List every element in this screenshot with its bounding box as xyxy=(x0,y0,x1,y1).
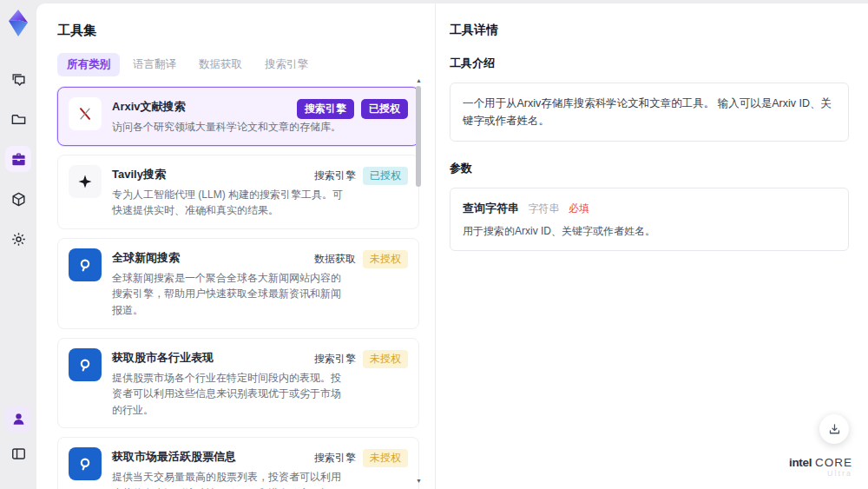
detail-title: 工具详情 xyxy=(450,23,849,38)
tool-status-badge: 未授权 xyxy=(363,449,408,467)
blueq-tool-icon xyxy=(69,447,102,480)
params-heading: 参数 xyxy=(450,161,849,176)
tool-list-panel: 工具集 所有类别语言翻译数据获取搜索引擎 Arxiv文献搜索 访问各个研究领域大… xyxy=(36,3,436,489)
gear-icon xyxy=(10,231,27,248)
tab-4[interactable]: 搜索引擎 xyxy=(255,53,318,76)
blueq-tool-icon xyxy=(69,248,102,281)
user-icon xyxy=(10,411,27,427)
tavily-icon xyxy=(77,174,93,189)
param-header: 查询字符串 字符串 必填 xyxy=(463,200,836,216)
tool-status-badge: 未授权 xyxy=(363,250,408,268)
news-app-icon xyxy=(76,356,94,373)
intro-heading: 工具介绍 xyxy=(450,56,849,71)
category-tabs: 所有类别语言翻译数据获取搜索引擎 xyxy=(57,53,435,76)
tab-2[interactable]: 语言翻译 xyxy=(123,53,186,76)
arxiv-icon xyxy=(76,105,94,122)
param-box: 查询字符串 字符串 必填 用于搜索的Arxiv ID、关键字或作者姓名。 xyxy=(450,188,849,251)
tool-card[interactable]: 获取市场最活跃股票信息 提供当天交易量最高的股票列表，投资者可以利用这些信息来识… xyxy=(57,437,419,489)
tool-category-badge: 搜索引擎 xyxy=(314,352,356,367)
scroll-down-icon[interactable]: ▼ xyxy=(416,479,422,484)
cube-icon xyxy=(10,191,27,208)
tool-card[interactable]: Arxiv文献搜索 访问各个研究领域大量科学论文和文章的存储库。 搜索引擎 已授… xyxy=(57,87,419,146)
panel-left-icon xyxy=(10,446,27,462)
param-name: 查询字符串 xyxy=(463,202,519,215)
tool-name: Tavily搜索 xyxy=(112,167,345,182)
download-icon xyxy=(827,422,842,437)
tool-card[interactable]: 获取股市各行业表现 提供股票市场各个行业在特定时间段内的表现。投资者可以利用这些… xyxy=(57,338,419,429)
app-logo-icon xyxy=(4,7,32,40)
brand-primary: intel xyxy=(789,456,812,469)
main-surface: 工具集 所有类别语言翻译数据获取搜索引擎 Arxiv文献搜索 访问各个研究领域大… xyxy=(36,3,868,489)
arxiv-tool-icon xyxy=(69,97,102,130)
tab-1[interactable]: 所有类别 xyxy=(57,53,120,76)
tool-status-badge: 已授权 xyxy=(363,167,408,185)
tool-status-badge: 未授权 xyxy=(363,350,408,368)
brand-secondary: CORE xyxy=(815,456,852,469)
intro-box: 一个用于从Arxiv存储库搜索科学论文和文章的工具。 输入可以是Arxiv ID… xyxy=(450,83,849,142)
tool-name: 获取股市各行业表现 xyxy=(112,350,345,366)
tool-card[interactable]: Tavily搜索 专为人工智能代理 (LLM) 构建的搜索引擎工具。可快速提供实… xyxy=(57,155,419,229)
tool-category-badge: 搜索引擎 xyxy=(297,99,354,119)
scrollbar-thumb[interactable] xyxy=(416,86,421,187)
app-window: 工具集 所有类别语言翻译数据获取搜索引擎 Arxiv文献搜索 访问各个研究领域大… xyxy=(0,0,868,489)
param-type: 字符串 xyxy=(528,202,559,215)
tool-detail-panel: 工具详情 工具介绍 一个用于从Arxiv存储库搜索科学论文和文章的工具。 输入可… xyxy=(436,3,868,489)
param-required-badge: 必填 xyxy=(569,202,589,215)
tool-list: Arxiv文献搜索 访问各个研究领域大量科学论文和文章的存储库。 搜索引擎 已授… xyxy=(57,87,419,489)
tool-desc: 专为人工智能代理 (LLM) 构建的搜索引擎工具。可快速提供实时、准确和真实的结… xyxy=(112,187,345,219)
list-scrollbar[interactable]: ▲ ▼ xyxy=(416,78,422,484)
sidebar-item-collapse[interactable] xyxy=(5,440,31,466)
chat-icon xyxy=(10,71,27,88)
tool-card[interactable]: 全球新闻搜索 全球新闻搜索是一个聚合全球各大新闻网站内容的搜索引擎，帮助用户快速… xyxy=(57,238,419,329)
blueq-tool-icon xyxy=(69,348,102,381)
param-desc: 用于搜索的Arxiv ID、关键字或作者姓名。 xyxy=(463,224,836,239)
sidebar-item-settings[interactable] xyxy=(5,226,31,252)
tool-desc: 提供股票市场各个行业在特定时间段内的表现。投资者可以利用这些信息来识别表现优于或… xyxy=(112,370,345,419)
tool-desc: 提供当天交易量最高的股票列表，投资者可以利用这些信息来识别流动性强的股票和潜在的… xyxy=(112,469,345,489)
tool-category-badge: 搜索引擎 xyxy=(314,169,356,183)
sidebar-item-files[interactable] xyxy=(5,106,31,132)
tavily-tool-icon xyxy=(69,165,102,198)
intel-core-logo: intel CORE Ultra xyxy=(789,454,852,479)
news-app-icon xyxy=(76,256,94,274)
brand-sub: Ultra xyxy=(789,470,852,479)
page-title: 工具集 xyxy=(57,23,435,39)
tool-name: 全球新闻搜索 xyxy=(112,250,345,266)
scroll-up-icon[interactable]: ▲ xyxy=(416,78,422,83)
left-rail xyxy=(0,0,36,489)
tool-desc: 全球新闻搜索是一个聚合全球各大新闻网站内容的搜索引擎，帮助用户快速获取全球最新资… xyxy=(112,270,345,319)
sidebar-item-models[interactable] xyxy=(5,186,31,212)
intro-text: 一个用于从Arxiv存储库搜索科学论文和文章的工具。 输入可以是Arxiv ID… xyxy=(463,95,836,129)
sidebar-item-tools[interactable] xyxy=(5,146,31,172)
tool-category-badge: 搜索引擎 xyxy=(314,451,356,466)
tool-status-badge: 已授权 xyxy=(361,99,408,119)
briefcase-icon xyxy=(10,151,27,168)
tool-desc: 访问各个研究领域大量科学论文和文章的存储库。 xyxy=(112,119,345,135)
sidebar-item-account[interactable] xyxy=(5,406,31,432)
download-button[interactable] xyxy=(819,414,849,444)
sidebar-item-chat[interactable] xyxy=(5,66,31,92)
tab-3[interactable]: 数据获取 xyxy=(189,53,252,76)
news-app-icon xyxy=(76,455,94,472)
tool-category-badge: 数据获取 xyxy=(314,252,356,267)
folder-icon xyxy=(10,111,27,128)
tool-name: 获取市场最活跃股票信息 xyxy=(112,449,345,465)
